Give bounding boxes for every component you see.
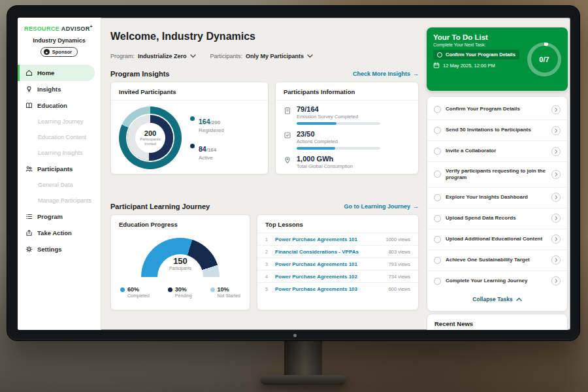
task-label: Verify participants requesting to join t…	[446, 168, 547, 182]
top-lessons-card: Top Lessons 1 Power Purchase Agreements …	[257, 214, 419, 310]
program-filter-dropdown[interactable]: Program: Industrialize Zero	[110, 53, 196, 59]
task-checkbox-icon[interactable]	[434, 236, 441, 243]
chevron-right-icon[interactable]	[551, 235, 561, 244]
next-task-due: 12 May 2025, 12:00 PM	[443, 63, 495, 69]
todo-summary-card: Your To Do List Complete Your Next Task:…	[427, 27, 568, 91]
go-to-learning-journey-link[interactable]: Go to Learning Journey →	[344, 203, 419, 210]
donut-center-value: 200	[144, 129, 156, 137]
sidebar-item-participants[interactable]: Participants	[18, 161, 101, 177]
task-label: Confirm Your Program Details	[446, 106, 547, 112]
legend-suffix: /164	[206, 147, 217, 153]
task-row[interactable]: Upload Spend Data Records	[427, 208, 567, 229]
sidebar-item-learning-insights[interactable]: Learning Insights	[18, 145, 101, 161]
monitor-stand-neck	[284, 338, 322, 379]
task-checkbox-icon[interactable]	[434, 194, 441, 201]
card-title: Invited Participants	[111, 82, 268, 101]
chevron-right-icon[interactable]	[551, 214, 561, 223]
task-label: Complete Your Learning Journey	[446, 278, 547, 284]
gauge-center: 150 Participants	[141, 257, 220, 270]
lesson-title-link[interactable]: Power Purchase Agreements 103	[275, 286, 384, 292]
legend-label: Pending	[175, 293, 192, 298]
lesson-rank: 2	[265, 250, 270, 254]
chevron-right-icon[interactable]	[551, 105, 561, 114]
next-task-row[interactable]: Confirm Your Program Details	[433, 50, 519, 59]
education-progress-gauge-chart: 150 Participants	[141, 238, 220, 277]
sidebar-item-education-content[interactable]: Education Content	[18, 129, 101, 145]
task-row[interactable]: Explore Your Insights Dashboard	[427, 188, 567, 208]
org-name: Industry Dynamics	[18, 37, 101, 44]
task-row[interactable]: Upload Additional Educational Content	[427, 229, 567, 250]
stat-value: 79/164	[297, 105, 380, 113]
pending-dot-icon	[168, 287, 172, 292]
app-logo: RESOURCE ADVISOR+	[18, 18, 101, 32]
chevron-right-icon[interactable]	[551, 276, 561, 286]
todo-tasks-card: Confirm Your Program Details Send 50 Inv…	[427, 96, 568, 312]
collapse-tasks-button[interactable]: Collapse Tasks	[427, 291, 567, 306]
lesson-row: 2 Financial Considerations - VPPAs 803 v…	[257, 246, 418, 258]
donut-center: 200 Participants Invited	[137, 124, 164, 152]
participants-filter-dropdown[interactable]: Participants: Only My Participants	[210, 53, 314, 59]
task-label: Send 50 Invitations to Participants	[446, 127, 547, 133]
chevron-right-icon[interactable]	[551, 147, 561, 156]
task-row[interactable]: Complete Your Learning Journey	[427, 271, 567, 291]
lesson-views: 803 views	[389, 249, 410, 255]
lesson-row: 1 Power Purchase Agreements 101 1000 vie…	[257, 233, 418, 246]
clipboard-icon	[284, 106, 291, 114]
section-title: Participant Learning Journey	[110, 203, 210, 210]
collapse-tasks-label: Collapse Tasks	[472, 296, 512, 302]
next-task-label: Confirm Your Program Details	[446, 52, 515, 57]
location-pin-icon	[284, 156, 291, 164]
sidebar-item-program[interactable]: Program	[18, 208, 101, 225]
sidebar-item-settings[interactable]: Settings	[18, 241, 101, 257]
lesson-title-link[interactable]: Power Purchase Agreements 101	[275, 237, 381, 242]
home-icon	[25, 69, 33, 76]
sidebar-item-learning-journey[interactable]: Learning Journey	[18, 114, 101, 129]
task-checkbox-icon[interactable]	[434, 148, 441, 155]
task-row[interactable]: Achieve One Sustainability Target	[427, 250, 567, 271]
task-label: Explore Your Insights Dashboard	[446, 194, 547, 201]
gear-icon	[25, 246, 33, 253]
task-checkbox-icon[interactable]	[434, 106, 441, 113]
legend-item-pending: 30% Pending	[168, 286, 192, 298]
lesson-title-link[interactable]: Power Purchase Agreements 102	[275, 274, 384, 280]
task-label: Achieve One Sustainability Target	[446, 257, 547, 263]
legend-value: 30%	[175, 286, 187, 293]
task-checkbox-icon[interactable]	[434, 171, 441, 178]
sidebar-nav: Home Insights Education Learning Journey	[18, 65, 101, 257]
lesson-title-link[interactable]: Financial Considerations - VPPAs	[275, 249, 384, 255]
next-task-due-row: 12 May 2025, 12:00 PM	[433, 62, 519, 69]
lesson-title-link[interactable]: Power Purchase Agreements 101	[275, 261, 384, 267]
task-row[interactable]: Verify participants requesting to join t…	[427, 162, 567, 188]
task-row[interactable]: Confirm Your Program Details	[427, 99, 567, 120]
chevron-right-icon[interactable]	[551, 126, 561, 135]
program-filter-value: Industrialize Zero	[138, 53, 187, 59]
learning-journey-section-header: Participant Learning Journey Go to Learn…	[110, 203, 419, 210]
stat-value: 23/50	[297, 130, 380, 138]
task-checkbox-icon[interactable]	[434, 278, 441, 285]
sidebar-item-label: Manage Participants	[38, 197, 91, 204]
task-checkbox-icon[interactable]	[434, 257, 441, 264]
sidebar-item-take-action[interactable]: Take Action	[18, 225, 101, 241]
filters-row: Program: Industrialize Zero Participants…	[110, 53, 313, 59]
sidebar-item-label: Program	[37, 213, 63, 220]
list-icon	[25, 213, 33, 220]
sidebar-item-education[interactable]: Education	[18, 97, 101, 114]
sidebar-item-label: Education	[37, 102, 67, 109]
task-row[interactable]: Invite a Collaborator	[427, 141, 567, 162]
checkbox-circle-icon[interactable]	[437, 52, 442, 57]
task-checkbox-icon[interactable]	[434, 127, 441, 134]
sidebar-item-manage-participants[interactable]: Manage Participants	[18, 193, 101, 208]
dashboard-screen: RESOURCE ADVISOR+ Industry Dynamics ● Sp…	[18, 18, 570, 330]
chevron-right-icon[interactable]	[551, 170, 561, 179]
monitor-bezel: RESOURCE ADVISOR+ Industry Dynamics ● Sp…	[7, 5, 580, 341]
sidebar-item-general-data[interactable]: General Data	[18, 177, 101, 193]
task-row[interactable]: Send 50 Invitations to Participants	[427, 120, 567, 141]
check-more-insights-link[interactable]: Check More Insights →	[353, 71, 419, 77]
sidebar-item-home[interactable]: Home	[18, 65, 95, 81]
sidebar-item-insights[interactable]: Insights	[18, 81, 101, 97]
sidebar-item-label: Participants	[37, 165, 73, 172]
page-title: Welcome, Industry Dynamics	[110, 31, 255, 42]
chevron-right-icon[interactable]	[551, 255, 561, 265]
chevron-right-icon[interactable]	[551, 193, 561, 202]
task-checkbox-icon[interactable]	[434, 215, 441, 222]
